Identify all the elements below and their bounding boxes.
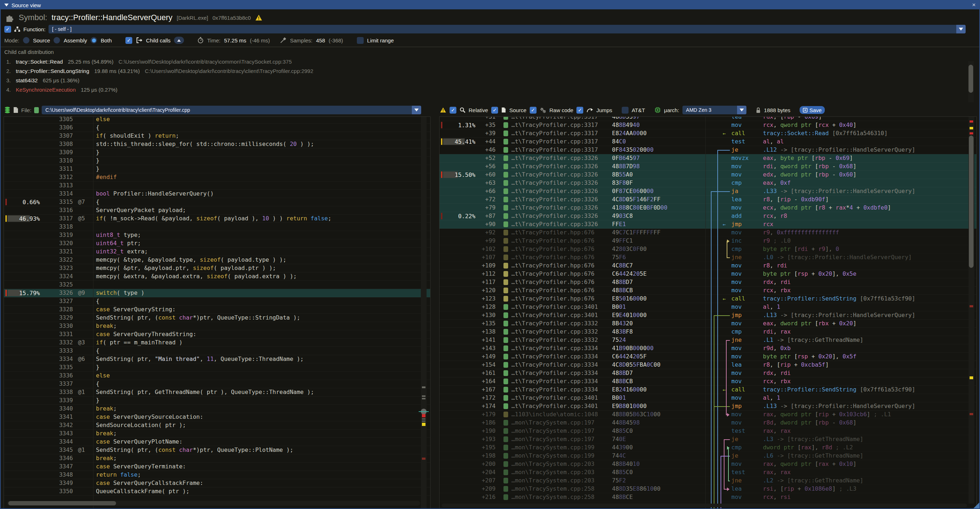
asm-hscrollbar[interactable]: [442, 504, 967, 507]
source-line-row[interactable]: 3343 break;: [4, 429, 430, 438]
asm-instruction-row[interactable]: 15.50%+60…t\TracyProfiler.cpp:33268B55A0…: [439, 171, 977, 179]
asm-instruction-row[interactable]: +193…mon\TracySystem.cpp:197740Eje.L3 ->…: [439, 435, 977, 444]
close-icon[interactable]: ×: [972, 2, 976, 9]
asm-instruction-row[interactable]: +79…t\TracyProfiler.cpp:3326418B8C80E0BF…: [439, 204, 977, 212]
source-line-row[interactable]: 3318: [4, 223, 430, 231]
asm-instruction-row[interactable]: +216…mon\TracySystem.cpp:258488BCEmovrcx…: [439, 493, 977, 501]
source-line-row[interactable]: 46.93%3317@5 if( !m_sock->Read( &payload…: [4, 215, 430, 223]
mode-radio-assembly[interactable]: [54, 37, 60, 43]
asm-instruction-row[interactable]: +66…t\TracyProfiler.cpp:33260F87CE060000…: [439, 187, 977, 196]
asm-instruction-row[interactable]: +52…t\TracyProfiler.cpp:33260FB64597movz…: [439, 154, 977, 162]
source-checkbox[interactable]: ✓: [491, 107, 498, 114]
asm-instruction-row[interactable]: +112…t\TracyProfiler.hpp:676C64424205Emo…: [439, 270, 977, 278]
march-select[interactable]: AMD Zen 3: [682, 106, 746, 114]
source-line-row[interactable]: 3328 case ServerQueryString:: [4, 305, 430, 314]
chevron-down-icon[interactable]: [737, 106, 746, 114]
asm-instruction-row[interactable]: +138…t\TracyProfiler.cpp:3332483BF8cmprd…: [439, 328, 977, 336]
source-line-row[interactable]: 3323 memcpy( &ptr, &payload.ptr, sizeof(…: [4, 264, 430, 272]
mode-radio-both[interactable]: [91, 37, 97, 43]
source-line-row[interactable]: 3306 {: [4, 124, 430, 132]
asm-instruction-row[interactable]: +154…t\TracyProfiler.cpp:33344C8D055FBA0…: [439, 361, 977, 369]
asm-instruction-row[interactable]: +63…t\TracyProfiler.cpp:332683F80Fcmpeax…: [439, 179, 977, 187]
asm-instruction-row[interactable]: 0.22%+87…t\TracyProfiler.cpp:33264903C8a…: [439, 212, 977, 220]
source-line-row[interactable]: 3349 case ServerQueryCallstackFrame:: [4, 479, 430, 487]
source-line-row[interactable]: 3335 }: [4, 363, 430, 372]
jumps-label[interactable]: Jumps: [596, 107, 612, 113]
source-line-row[interactable]: 3346 break;: [4, 454, 430, 463]
asm-instruction-row[interactable]: +161…t\TracyProfiler.cpp:3334488BD7movrd…: [439, 369, 977, 377]
asm-instruction-row[interactable]: +198…mon\TracySystem.cpp:199744Cje.L6 ->…: [439, 452, 977, 460]
source-line-row[interactable]: 3331 case ServerQueryThreadString:: [4, 330, 430, 339]
relative-label[interactable]: Relative: [469, 107, 488, 113]
asm-instruction-row[interactable]: 1.31%+35…t\TracyProfiler.cpp:3317488B494…: [439, 121, 977, 129]
source-line-row[interactable]: 15.79%3326@9 switch( type ): [4, 289, 430, 297]
asm-instruction-row[interactable]: +39…t\TracyProfiler.cpp:3317E824AA0000←c…: [439, 129, 977, 138]
source-line-row[interactable]: 3310 }: [4, 157, 430, 165]
child-call-item[interactable]: 2.tracy::Profiler::SendLongString19.88 m…: [4, 66, 967, 75]
source-line-row[interactable]: 3345@1 SendString( ptr, (const char*)ptr…: [4, 446, 430, 454]
chevron-down-icon[interactable]: [956, 25, 966, 33]
function-checkbox[interactable]: ✓: [4, 26, 11, 33]
asm-instruction-row[interactable]: +107…t\TracyProfiler.hpp:67675F6jne.L0 -…: [439, 253, 977, 262]
jumps-checkbox[interactable]: ✓: [576, 107, 583, 114]
asm-instruction-row[interactable]: +190…mon\TracySystem.cpp:1974885C0testra…: [439, 427, 977, 435]
limit-range-checkbox[interactable]: [357, 37, 364, 44]
asm-instruction-row[interactable]: +128…t\TracyProfiler.cpp:3401B001moval, …: [439, 303, 977, 311]
scrollbar-thumb[interactable]: [8, 501, 116, 506]
source-line-row[interactable]: 3321 uint32_t extra;: [4, 248, 430, 256]
source-line-row[interactable]: 3348 return false;: [4, 471, 430, 479]
asm-instruction-row[interactable]: +31…t\TracyProfiler.cpp:3317488D5597lear…: [439, 116, 977, 121]
collapse-icon[interactable]: [4, 3, 9, 6]
mode-both-label[interactable]: Both: [100, 37, 112, 43]
asm-instruction-row[interactable]: +167…t\TracyProfiler.cpp:3334E824160000←…: [439, 386, 977, 394]
asm-instruction-row[interactable]: +102…t\TracyProfiler.hpp:67642803C0F00cm…: [439, 245, 977, 253]
asm-instruction-row[interactable]: +186…mon\TracySystem.cpp:197448B4598movr…: [439, 419, 977, 427]
source-line-row[interactable]: 3312#endif: [4, 173, 430, 181]
source-line-row[interactable]: 3316 ServerQueryPacket payload;: [4, 206, 430, 215]
source-line-row[interactable]: 3314bool Profiler::HandleServerQuery(): [4, 190, 430, 198]
asm-instruction-row[interactable]: +109…t\TracyProfiler.hpp:6764C8BC7movr8,…: [439, 262, 977, 270]
asm-instruction-row[interactable]: +72…t\TracyProfiler.cpp:33264C8D05F146F2…: [439, 196, 977, 204]
source-line-row[interactable]: 3313: [4, 181, 430, 190]
asm-instruction-row[interactable]: +130…t\TracyProfiler.cpp:3401E9E4010000j…: [439, 311, 977, 320]
titlebar[interactable]: Source view ×: [1, 1, 979, 10]
asm-instruction-row[interactable]: +209…mon\TracySystem.cpp:258488D35E88610…: [439, 485, 977, 493]
source-line-row[interactable]: 3319 uint8_t type;: [4, 231, 430, 239]
source-line-row[interactable]: 3341 case ServerQuerySourceLocation:: [4, 413, 430, 421]
asm-instruction-row[interactable]: +92…t\TracyProfiler.hpp:67649C7C1FFFFFFF…: [439, 229, 977, 237]
source-line-row[interactable]: 3332@3 if( ptr == m_mainThread ): [4, 339, 430, 347]
source-line-row[interactable]: 3334@6 SendString( ptr, "Main thread", 1…: [4, 355, 430, 363]
scrollbar-thumb[interactable]: [969, 135, 974, 268]
source-line-row[interactable]: 3311}: [4, 165, 430, 173]
source-line-row[interactable]: 3329 SendString( ptr, (const char*)ptr, …: [4, 314, 430, 322]
asm-instruction-row[interactable]: +207…mon\TracySystem.cpp:20375F2jne.L2 -…: [439, 477, 977, 485]
asm-instruction-row[interactable]: 45.41%+44…t\TracyProfiler.cpp:331784C0te…: [439, 138, 977, 146]
source-line-row[interactable]: 3339 }: [4, 396, 430, 405]
asm-instruction-row[interactable]: +195…mon\TracySystem.cpp:199443900cmpdwo…: [439, 444, 977, 452]
asm-instruction-row[interactable]: +99…t\TracyProfiler.hpp:67649FFC1incr9 ;…: [439, 237, 977, 245]
source-line-row[interactable]: 3342 SendSourceLocation( ptr );: [4, 421, 430, 429]
scrollbar-thumb[interactable]: [969, 65, 973, 93]
asm-vscrollbar[interactable]: [969, 117, 974, 504]
asm-instruction-row[interactable]: +46…t\TracyProfiler.cpp:33170F8435020000…: [439, 146, 977, 154]
source-line-row[interactable]: 3308 std::this_thread::sleep_for( std::c…: [4, 140, 430, 148]
asm-instruction-row[interactable]: +141…t\TracyProfiler.cpp:33327524jne.L1 …: [439, 336, 977, 344]
asm-instruction-row[interactable]: +143…t\TracyProfiler.cpp:333441B90B00000…: [439, 344, 977, 353]
asm-instruction-row[interactable]: +179…1103\include\atomic:1048488B05B63C1…: [439, 410, 977, 419]
source-line-row[interactable]: 3305 else: [4, 116, 430, 124]
source-label[interactable]: Source: [509, 107, 527, 113]
save-button[interactable]: Save: [800, 106, 825, 114]
child-call-item[interactable]: 4.KeSynchronizeExecution125 μs (0.27%): [4, 85, 967, 93]
asm-instruction-row[interactable]: +117…t\TracyProfiler.hpp:676488BD7movrdx…: [439, 278, 977, 286]
raw-code-checkbox[interactable]: ✓: [530, 107, 536, 114]
source-line-row[interactable]: 3307 if( shouldExit ) return;: [4, 132, 430, 140]
source-line-row[interactable]: 3333 {: [4, 347, 430, 355]
asm-instruction-row[interactable]: +172…t\TracyProfiler.cpp:3401B001moval, …: [439, 394, 977, 402]
mode-assembly-label[interactable]: Assembly: [64, 37, 87, 43]
child-call-item[interactable]: 1.tracy::Socket::Read25.25 ms (54.89%)C:…: [4, 57, 967, 66]
source-line-row[interactable]: 3327 {: [4, 297, 430, 305]
asm-instruction-row[interactable]: +120…t\TracyProfiler.hpp:676488BCBmovrcx…: [439, 286, 977, 295]
asm-instruction-row[interactable]: +56…t\TracyProfiler.cpp:3326488B7D98movr…: [439, 162, 977, 171]
source-line-row[interactable]: 0.66%3315@7{: [4, 198, 430, 206]
raw-code-label[interactable]: Raw code: [549, 107, 574, 113]
